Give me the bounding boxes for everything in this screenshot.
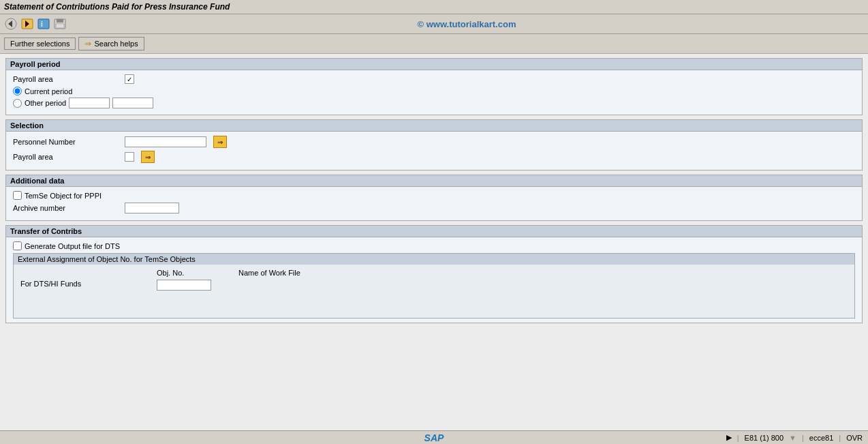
- personnel-number-label: Personnel Number: [13, 138, 122, 146]
- generate-output-label: Generate Output file for DTS: [25, 242, 120, 250]
- svg-rect-4: [38, 19, 49, 29]
- selection-header: Selection: [6, 120, 862, 132]
- status-bar: SAP ▶ | E81 (1) 800 ▼ | ecce81 | OVR: [0, 430, 868, 444]
- temse-label: TemSe Object for PPPI: [25, 192, 102, 200]
- personnel-number-row: Personnel Number ⇒: [13, 136, 855, 148]
- other-period-row: Other period: [13, 98, 855, 108]
- personnel-number-input[interactable]: [125, 136, 206, 147]
- save-icon[interactable]: [53, 17, 67, 31]
- additional-data-section: Additional data TemSe Object for PPPI Ar…: [5, 175, 863, 221]
- payroll-area-label: Payroll area: [13, 75, 122, 83]
- status-right: ▶ | E81 (1) 800 ▼ | ecce81 | OVR: [726, 433, 863, 442]
- column-headers: Obj. No. Name of Work File: [20, 269, 848, 277]
- archive-number-row: Archive number: [13, 203, 855, 213]
- transfer-contribs-section: Transfer of Contribs Generate Output fil…: [5, 225, 863, 323]
- col-obj-no-header: Obj. No.: [157, 269, 238, 277]
- generate-output-row: Generate Output file for DTS: [13, 241, 855, 250]
- status-arrow: ▶: [726, 433, 732, 442]
- selection-payroll-area-row: Payroll area ⇒: [13, 151, 855, 163]
- generate-output-checkbox[interactable]: [13, 241, 22, 250]
- external-assignment-section: External Assignment of Object No. for Te…: [13, 253, 855, 319]
- dts-row: For DTS/HI Funds: [20, 280, 848, 291]
- payroll-period-body: Payroll area ✓ Current period Other peri…: [6, 70, 862, 115]
- payroll-area-checkbox[interactable]: ✓: [125, 74, 134, 84]
- selection-body: Personnel Number ⇒ Payroll area ⇒: [6, 132, 862, 170]
- current-period-radio[interactable]: [13, 87, 22, 95]
- status-mode: OVR: [846, 434, 863, 442]
- spacer: [20, 293, 848, 314]
- archive-number-input[interactable]: [125, 203, 179, 213]
- main-content: Payroll period Payroll area ✓ Current pe…: [0, 54, 868, 327]
- additional-data-body: TemSe Object for PPPI Archive number: [6, 187, 862, 220]
- selection-payroll-area-nav-btn[interactable]: ⇒: [141, 151, 155, 163]
- col-work-file-header: Name of Work File: [238, 269, 347, 277]
- personnel-number-nav-btn[interactable]: ⇒: [213, 136, 227, 148]
- svg-text:i: i: [41, 20, 43, 28]
- dts-label: For DTS/HI Funds: [20, 280, 157, 291]
- archive-number-label: Archive number: [13, 204, 122, 212]
- sap-logo: SAP: [424, 432, 444, 443]
- temse-row: TemSe Object for PPPI: [13, 191, 855, 200]
- other-period-radio[interactable]: [13, 99, 22, 108]
- info-icon[interactable]: i: [37, 17, 50, 31]
- search-helps-button[interactable]: ⇒ Search helps: [78, 37, 144, 50]
- status-session: E81 (1) 800: [745, 434, 784, 442]
- payroll-period-section: Payroll period Payroll area ✓ Current pe…: [5, 58, 863, 115]
- other-period-input1[interactable]: [69, 98, 110, 108]
- additional-data-header: Additional data: [6, 175, 862, 187]
- current-period-label: Current period: [25, 87, 72, 95]
- selection-section: Selection Personnel Number ⇒ Payroll are…: [5, 119, 863, 171]
- payroll-area-row: Payroll area ✓: [13, 74, 855, 84]
- temse-checkbox[interactable]: [13, 191, 22, 200]
- col-label-spacer: [20, 269, 157, 277]
- transfer-contribs-body: Generate Output file for DTS External As…: [6, 237, 862, 323]
- search-helps-arrow-icon: ⇒: [84, 39, 91, 48]
- other-period-label: Other period: [25, 99, 66, 107]
- toolbar: i © www.tutorialkart.com: [0, 14, 868, 34]
- watermark: © www.tutorialkart.com: [69, 19, 864, 29]
- selection-payroll-area-checkbox[interactable]: [125, 152, 134, 162]
- dts-obj-no-input[interactable]: [157, 280, 211, 291]
- external-assignment-body: Obj. No. Name of Work File For DTS/HI Fu…: [14, 265, 854, 318]
- title-bar: Statement of Contributions Paid for Pres…: [0, 0, 868, 14]
- svg-rect-7: [57, 19, 63, 23]
- page-title: Statement of Contributions Paid for Pres…: [4, 2, 230, 12]
- button-bar: Further selections ⇒ Search helps: [0, 34, 868, 54]
- svg-rect-8: [56, 24, 64, 28]
- forward-icon[interactable]: [20, 17, 34, 31]
- further-selections-button[interactable]: Further selections: [4, 38, 76, 50]
- current-period-row: Current period: [13, 87, 855, 95]
- external-assignment-header: External Assignment of Object No. for Te…: [14, 254, 854, 265]
- payroll-period-header: Payroll period: [6, 59, 862, 70]
- other-period-input2[interactable]: [112, 98, 153, 108]
- back-icon[interactable]: [4, 17, 18, 31]
- transfer-contribs-header: Transfer of Contribs: [6, 226, 862, 237]
- selection-payroll-area-label: Payroll area: [13, 153, 122, 161]
- status-user: ecce81: [809, 434, 833, 442]
